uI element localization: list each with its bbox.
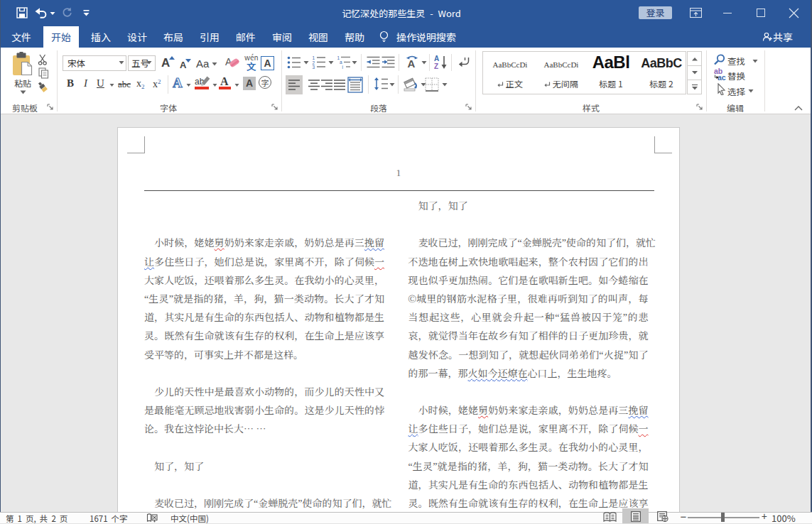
svg-text:Z: Z: [434, 62, 438, 70]
svg-text:a: a: [340, 60, 342, 65]
svg-text:i: i: [342, 65, 343, 69]
svg-text:3: 3: [313, 65, 315, 69]
svg-text:ac: ac: [718, 73, 726, 81]
svg-text:A: A: [434, 55, 439, 62]
